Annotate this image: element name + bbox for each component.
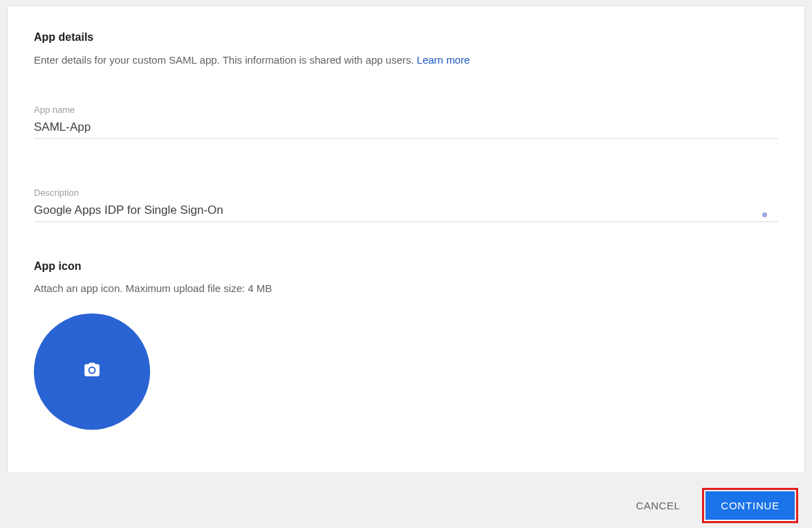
description-label: Description (34, 188, 778, 198)
resize-dot-icon (762, 212, 767, 217)
app-name-input[interactable] (34, 119, 778, 139)
description-input[interactable] (34, 202, 778, 222)
footer-actions: CANCEL CONTINUE (0, 483, 812, 528)
app-icon-subtext: Attach an app icon. Maximum upload file … (34, 282, 778, 294)
learn-more-link[interactable]: Learn more (417, 54, 470, 66)
description-field: Description (34, 188, 778, 222)
app-details-subtext: Enter details for your custom SAML app. … (34, 53, 778, 67)
camera-icon (82, 361, 102, 382)
app-name-label: App name (34, 104, 778, 115)
continue-highlight: CONTINUE (702, 488, 798, 523)
app-details-subtext-text: Enter details for your custom SAML app. … (34, 54, 417, 66)
continue-button[interactable]: CONTINUE (705, 491, 795, 520)
app-icon-heading: App icon (34, 260, 778, 273)
cancel-button[interactable]: CANCEL (630, 493, 685, 518)
app-name-field: App name (34, 104, 778, 139)
app-details-heading: App details (34, 31, 778, 44)
app-details-card: App details Enter details for your custo… (7, 6, 805, 473)
app-icon-upload-button[interactable] (34, 313, 150, 430)
